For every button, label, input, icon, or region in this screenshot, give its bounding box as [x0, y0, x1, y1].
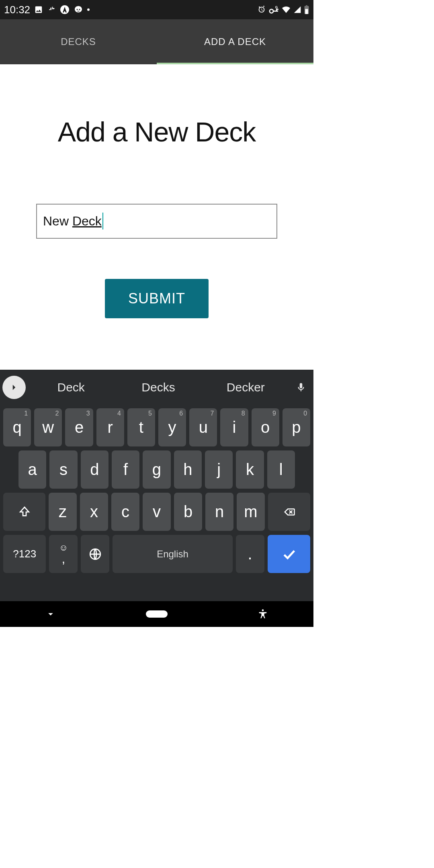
key-m[interactable]: m	[237, 493, 265, 531]
kb-row-4: ?123 ☺ , English .	[3, 535, 310, 573]
tab-add-a-deck[interactable]: ADD A DECK	[157, 19, 313, 64]
backspace-key[interactable]	[268, 493, 310, 531]
key-p[interactable]: p0	[283, 408, 310, 446]
deck-name-input[interactable]: New Deck	[36, 204, 277, 239]
kb-suggestion-bar: Deck Decks Decker	[0, 370, 313, 405]
alarm-icon	[257, 5, 266, 14]
input-text-plain: New	[43, 214, 72, 228]
status-time: 10:32	[4, 4, 30, 16]
reddit-icon	[74, 5, 83, 14]
key-k[interactable]: k	[236, 450, 264, 489]
kb-suggestion-2[interactable]: Decks	[116, 381, 200, 394]
key-g[interactable]: g	[143, 450, 170, 489]
soft-keyboard: Deck Decks Decker q1w2e3r4t5y6u7i8o9p0 a…	[0, 370, 313, 601]
emoji-comma-key[interactable]: ☺ ,	[49, 535, 78, 573]
nav-home-pill[interactable]	[146, 610, 168, 618]
text-cursor	[102, 213, 103, 229]
svg-point-1	[270, 9, 273, 13]
emoji-icon: ☺	[59, 543, 68, 552]
mic-icon[interactable]	[291, 382, 311, 393]
circle-a-icon	[60, 5, 70, 14]
add-deck-form: Add a New Deck New Deck SUBMIT	[0, 64, 313, 370]
accessibility-icon[interactable]	[257, 608, 268, 620]
key-u[interactable]: u7	[189, 408, 217, 446]
key-v[interactable]: v	[143, 493, 171, 531]
key-e[interactable]: e3	[65, 408, 93, 446]
key-j[interactable]: j	[205, 450, 233, 489]
svg-point-4	[262, 609, 264, 611]
key-r[interactable]: r4	[96, 408, 124, 446]
kb-expand-button[interactable]	[2, 376, 26, 399]
slack-icon	[47, 5, 56, 14]
nav-back-icon[interactable]	[45, 608, 56, 620]
kb-suggestion-3[interactable]: Decker	[204, 381, 288, 394]
gallery-icon	[34, 5, 43, 14]
key-c[interactable]: c	[111, 493, 139, 531]
key-h[interactable]: h	[174, 450, 202, 489]
kb-row-1: q1w2e3r4t5y6u7i8o9p0	[3, 408, 310, 446]
tab-decks[interactable]: DECKS	[0, 19, 157, 64]
dot-icon	[87, 8, 90, 11]
shift-key[interactable]	[3, 493, 45, 531]
key-t[interactable]: t5	[127, 408, 155, 446]
key-f[interactable]: f	[112, 450, 139, 489]
key-z[interactable]: z	[49, 493, 77, 531]
kb-row-2: asdfghjkl	[3, 450, 310, 489]
input-text-composing: Deck	[72, 214, 102, 228]
key-n[interactable]: n	[205, 493, 233, 531]
spacebar[interactable]: English	[113, 535, 232, 573]
enter-key[interactable]	[268, 535, 310, 573]
wifi-icon	[281, 5, 291, 14]
language-key[interactable]	[81, 535, 109, 573]
nav-bar	[0, 601, 313, 627]
battery-icon	[304, 5, 309, 14]
key-x[interactable]: x	[80, 493, 108, 531]
kb-suggestion-1[interactable]: Deck	[29, 381, 113, 394]
kb-row-3: zxcvbnm	[3, 493, 310, 531]
key-a[interactable]: a	[18, 450, 46, 489]
key-s[interactable]: s	[49, 450, 77, 489]
key-q[interactable]: q1	[3, 408, 31, 446]
tab-bar: DECKS ADD A DECK	[0, 19, 313, 64]
key-l[interactable]: l	[267, 450, 295, 489]
symbols-key[interactable]: ?123	[3, 535, 46, 573]
svg-text:G: G	[275, 6, 278, 9]
page-title: Add a New Deck	[58, 116, 256, 147]
key-y[interactable]: y6	[158, 408, 186, 446]
submit-button[interactable]: SUBMIT	[105, 279, 209, 318]
key-w[interactable]: w2	[34, 408, 62, 446]
key-d[interactable]: d	[81, 450, 108, 489]
key-b[interactable]: b	[174, 493, 202, 531]
period-key[interactable]: .	[236, 535, 264, 573]
key-g-icon: G	[268, 5, 279, 14]
signal-icon	[293, 6, 301, 14]
status-bar: 10:32 G	[0, 0, 313, 19]
key-o[interactable]: o9	[252, 408, 279, 446]
key-i[interactable]: i8	[220, 408, 248, 446]
